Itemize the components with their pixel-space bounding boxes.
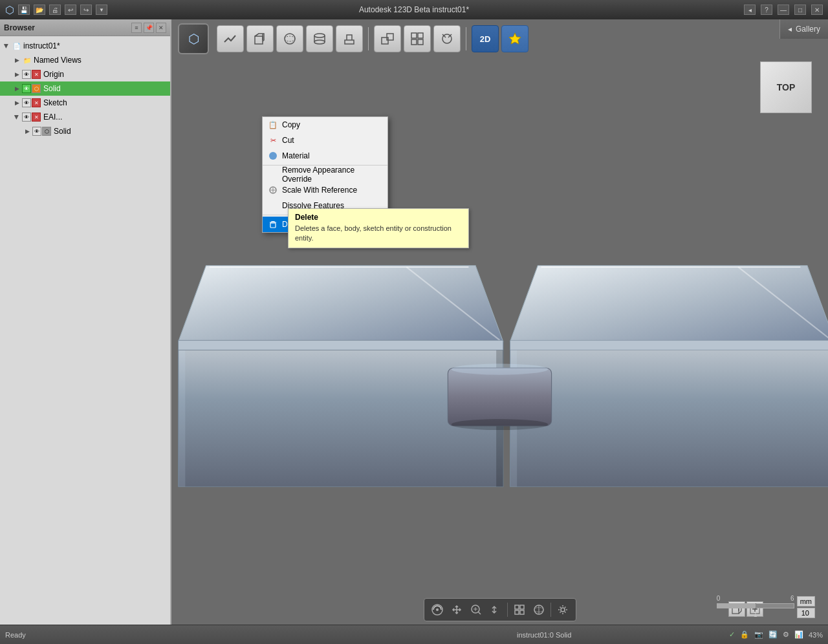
ribbon-btn-extrude[interactable] (336, 25, 363, 52)
ruler-value: 10 (797, 608, 815, 618)
quick-open-icon[interactable]: 📂 (34, 5, 45, 15)
tree-item-origin[interactable]: ▶ 👁 ✕ Origin (0, 67, 170, 81)
browser-panel: Browser ≡ 📌 ✕ ▶ 📄 instruct01* ▶ 📁 Named … (0, 19, 171, 644)
status-lock-icon: 🔒 (740, 630, 749, 639)
svg-rect-27 (510, 341, 828, 486)
viewport[interactable]: ⬡ (171, 19, 828, 644)
ruler-indicator: 1 (754, 611, 757, 618)
ctx-scale-ref-label: Scale With Reference (282, 186, 357, 195)
svg-point-41 (436, 608, 439, 611)
gallery-button[interactable]: ◂ Gallery (779, 19, 828, 39)
expand-solid-icon: ▶ (13, 85, 21, 92)
svg-rect-11 (418, 33, 423, 38)
bt-zoom-btn[interactable] (467, 601, 485, 619)
svg-line-43 (478, 612, 481, 615)
eai-icons: 👁 ✕ (22, 113, 41, 122)
tree-item-named-views[interactable]: ▶ 📁 Named Views (0, 53, 170, 67)
expand-sketch-icon: ▶ (13, 99, 21, 107)
bt-settings-btn[interactable] (554, 601, 572, 619)
svg-rect-47 (520, 605, 524, 609)
svg-point-32 (452, 364, 549, 375)
quick-print-icon[interactable]: 🖨 (49, 5, 61, 15)
tree-item-sketch[interactable]: ▶ 👁 ✕ Sketch (0, 96, 170, 110)
ctx-copy[interactable]: 📋 Copy (263, 117, 387, 133)
svg-rect-20 (179, 341, 186, 486)
svg-rect-23 (179, 340, 503, 350)
help-icon[interactable]: ? (761, 5, 772, 15)
ruler-left-value: 0 (717, 595, 721, 602)
svg-rect-31 (448, 368, 551, 426)
expand-eai-icon: ▶ (13, 113, 21, 121)
ribbon-btn-star[interactable] (501, 25, 528, 52)
svg-rect-12 (411, 39, 417, 45)
ribbon-btn-grid[interactable] (404, 25, 431, 52)
scale-ruler: 0 6 1 mm 10 (717, 595, 815, 618)
bottom-toolbar (424, 598, 576, 621)
dropdown-arrow-icon[interactable]: ▼ (96, 5, 107, 15)
titlebar-title: Autodesk 123D Beta instruct01* (359, 5, 469, 14)
ctx-scale-ref[interactable]: Scale With Reference (263, 182, 387, 198)
svg-rect-46 (515, 605, 519, 609)
root-doc-icon: 📄 (12, 41, 22, 51)
maximize-btn[interactable]: □ (794, 5, 806, 15)
undo-icon[interactable]: ↩ (65, 5, 76, 15)
gallery-label: Gallery (796, 25, 820, 34)
svg-point-33 (452, 419, 549, 430)
back-icon[interactable]: ◂ (744, 5, 756, 15)
browser-expand-btn[interactable]: ≡ (131, 23, 142, 33)
svg-point-3 (314, 34, 325, 38)
delete-tooltip: Delete Deletes a face, body, sketch enti… (288, 208, 469, 248)
ribbon-btn-2d[interactable]: 2D (472, 25, 499, 52)
ruler-unit: mm (797, 596, 815, 606)
ribbon-sep1 (368, 27, 369, 50)
minimize-btn[interactable]: — (778, 5, 789, 15)
tree-item-solid[interactable]: ▶ 👁 ⬡ Solid (0, 81, 170, 96)
svg-rect-7 (345, 40, 354, 44)
tree-label-root: instruct01* (23, 41, 60, 50)
ctx-material[interactable]: Material (263, 148, 387, 164)
bt-orbit-btn[interactable] (428, 601, 446, 619)
svg-point-34 (269, 152, 277, 160)
statusbar: Ready instruct01:0 Solid ✓ 🔒 📷 🔄 ⚙ 📊 43% (0, 625, 828, 644)
eye-icon-solid2: 👁 (32, 127, 41, 136)
ribbon-btn-cyl[interactable] (306, 25, 333, 52)
dissolve-icon (268, 200, 278, 211)
tree-item-root[interactable]: ▶ 📄 instruct01* (0, 39, 170, 53)
svg-rect-13 (418, 39, 423, 45)
cut-icon: ✂ (268, 135, 278, 145)
ribbon-toolbar: ⬡ (171, 19, 828, 58)
bt-globe-btn[interactable] (530, 601, 548, 619)
bt-frame-btn[interactable] (510, 601, 528, 619)
bt-sep2 (550, 603, 551, 617)
tree-item-eai[interactable]: ▶ 👁 ✕ EAI... (0, 110, 170, 124)
tree-label-origin: Origin (43, 70, 64, 79)
browser-pin-btn[interactable]: 📌 (144, 23, 154, 33)
status-settings-icon: ⚙ (783, 630, 789, 639)
redo-icon[interactable]: ↪ (80, 5, 92, 15)
quick-save-icon[interactable]: 💾 (18, 5, 30, 15)
bt-pan-btn[interactable] (448, 601, 466, 619)
eai-symbol-icon: ✕ (32, 113, 41, 122)
ctx-cut[interactable]: ✂ Cut (263, 133, 387, 148)
bt-move-btn[interactable] (486, 601, 505, 619)
tree-item-solid2[interactable]: ▶ 👁 ⬡ Solid (0, 124, 170, 138)
svg-marker-16 (179, 266, 503, 342)
close-btn[interactable]: ✕ (811, 5, 823, 15)
svg-point-1 (285, 34, 295, 44)
status-check-icon: ✓ (729, 630, 735, 639)
app-logo-btn[interactable]: ⬡ (178, 23, 209, 54)
status-text: Ready (5, 631, 359, 639)
tree-label-sketch: Sketch (43, 98, 67, 107)
browser-close-btn[interactable]: ✕ (156, 23, 166, 33)
ribbon-btn-rotate[interactable] (433, 25, 461, 52)
ctx-remove-appearance[interactable]: Remove Appearance Override (263, 167, 387, 182)
ribbon-btn-box[interactable] (246, 25, 274, 52)
ribbon-btn-draw[interactable] (217, 25, 244, 52)
ribbon-btn-combine[interactable] (374, 25, 401, 52)
svg-point-2 (285, 36, 295, 41)
origin-icons: 👁 ✕ (22, 70, 41, 79)
ribbon-btn-sphere[interactable] (276, 25, 303, 52)
eye-icon-sketch: 👁 (22, 98, 31, 107)
scale-ref-icon (268, 185, 278, 195)
sketch-icons: 👁 ✕ (22, 98, 41, 107)
